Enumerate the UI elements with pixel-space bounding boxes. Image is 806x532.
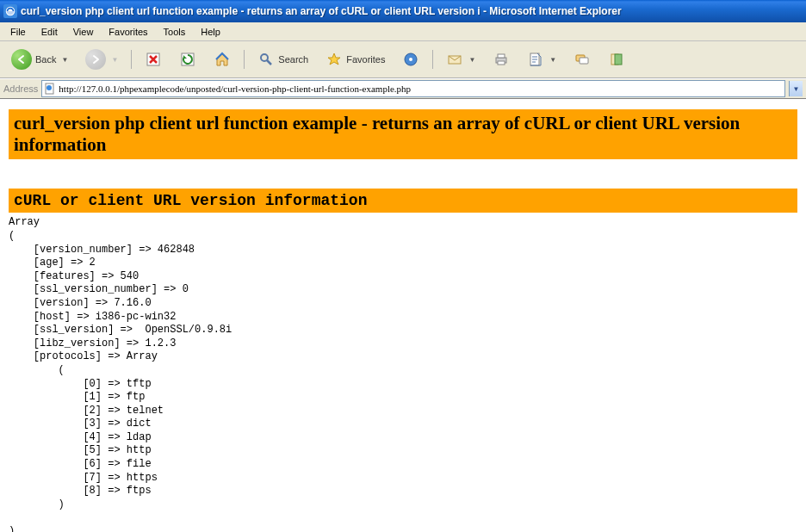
stop-button[interactable] [139, 46, 168, 72]
refresh-icon [179, 51, 196, 68]
research-icon [608, 51, 625, 68]
page-subheading: cURL or client URL version information [9, 189, 797, 213]
refresh-button[interactable] [173, 46, 202, 72]
svg-rect-9 [498, 61, 505, 65]
back-label: Back [35, 54, 56, 65]
star-icon [326, 51, 343, 68]
chevron-down-icon: ▼ [468, 56, 475, 64]
menu-edit[interactable]: Edit [34, 25, 65, 39]
ie-icon [3, 4, 17, 18]
svg-point-16 [46, 85, 52, 90]
page-content: curl_version php client url function exa… [0, 99, 806, 532]
print-button[interactable] [487, 46, 516, 72]
menu-tools[interactable]: Tools [157, 25, 193, 39]
search-button[interactable]: Search [251, 46, 314, 72]
chevron-down-icon: ▼ [111, 56, 118, 64]
menu-help[interactable]: Help [194, 25, 227, 39]
media-icon [402, 51, 419, 68]
address-input[interactable] [59, 84, 783, 94]
chevron-down-icon: ▼ [61, 56, 68, 64]
addressbar: Address ▼ [0, 78, 806, 99]
back-icon [11, 49, 32, 70]
address-dropdown[interactable]: ▼ [789, 81, 803, 96]
search-label: Search [278, 54, 308, 65]
menubar: File Edit View Favorites Tools Help [0, 22, 806, 41]
edit-icon [527, 51, 544, 68]
address-label: Address [3, 84, 38, 94]
search-icon [257, 51, 275, 68]
toolbar-separator [244, 50, 245, 69]
mail-button[interactable]: ▼ [440, 46, 481, 72]
home-button[interactable] [208, 46, 237, 72]
svg-rect-12 [580, 58, 588, 64]
array-output: Array ( [version_number] => 462848 [age]… [9, 216, 797, 532]
svg-point-5 [409, 58, 412, 61]
mail-icon [446, 51, 463, 68]
discuss-button[interactable] [567, 46, 597, 72]
page-icon [44, 83, 56, 95]
toolbar-separator [432, 50, 433, 69]
menu-file[interactable]: File [3, 25, 33, 39]
window-titlebar: curl_version php client url function exa… [0, 0, 806, 22]
window-title: curl_version php client url function exa… [21, 5, 803, 17]
svg-rect-14 [615, 54, 622, 65]
discuss-icon [574, 51, 591, 68]
address-field[interactable] [41, 80, 785, 97]
chevron-down-icon: ▼ [549, 56, 556, 64]
page-heading: curl_version php client url function exa… [9, 109, 797, 159]
menu-view[interactable]: View [66, 25, 101, 39]
favorites-label: Favorites [346, 54, 385, 65]
svg-point-3 [261, 54, 268, 61]
stop-icon [145, 51, 162, 68]
toolbar: Back ▼ ▼ [0, 41, 806, 78]
svg-rect-8 [498, 54, 505, 58]
home-icon [214, 51, 231, 68]
forward-button[interactable]: ▼ [79, 45, 124, 74]
back-button[interactable]: Back ▼ [5, 45, 74, 74]
forward-icon [85, 49, 106, 70]
favorites-button[interactable]: Favorites [319, 46, 391, 72]
media-button[interactable] [396, 46, 425, 72]
research-button[interactable] [602, 46, 631, 72]
print-icon [493, 51, 510, 68]
menu-favorites[interactable]: Favorites [102, 25, 154, 39]
edit-button[interactable]: ▼ [521, 46, 562, 72]
toolbar-separator [131, 50, 132, 69]
